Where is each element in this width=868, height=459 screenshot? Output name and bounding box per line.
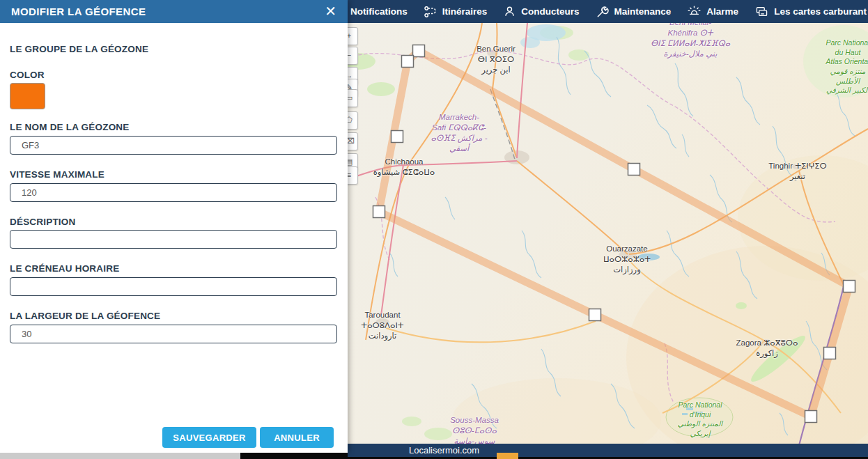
time-slot-label: LE CRÉNEAU HORAIRE <box>10 263 119 274</box>
close-icon[interactable]: ✕ <box>325 3 336 20</box>
draw-rectangle-button[interactable]: ▭ <box>348 89 358 107</box>
delete-layers-button[interactable]: ⌫ <box>348 132 358 150</box>
taskbar-peek <box>497 453 518 459</box>
geofence-handle[interactable] <box>824 348 836 359</box>
map-canvas[interactable]: Ben Guerirⴱⵏ ⴳⵔⵉⵔابن جريرBeni Mellal-Khé… <box>348 23 868 459</box>
geofence-width-label: LA LARGEUR DE LA GÉOFENCE <box>10 311 160 321</box>
nav-item-label: Conducteurs <box>521 6 579 17</box>
color-swatch[interactable] <box>10 83 45 109</box>
nav-item-label: Alarme <box>706 6 738 17</box>
top-navbar: Notifications Itinéraires Conducteurs <box>348 0 868 23</box>
geofence-handle[interactable] <box>402 56 414 68</box>
map-attribution-bar: Localisermoi.com <box>348 444 868 457</box>
fuel-cards-icon <box>754 5 769 19</box>
nav-item-cartes-carburant[interactable]: Les cartes carburant <box>754 5 867 19</box>
modal-header: MODIFIER LA GÉOFENCE ✕ <box>0 0 348 23</box>
zoom-in-button[interactable]: + <box>348 27 358 45</box>
modal-title: MODIFIER LA GÉOFENCE <box>11 6 146 17</box>
geofence-polygon[interactable] <box>348 23 868 459</box>
geofence-handle[interactable] <box>628 164 640 176</box>
geofence-handle[interactable] <box>805 411 817 423</box>
max-speed-label: VITESSE MAXIMALE <box>10 169 104 180</box>
description-input[interactable] <box>10 230 337 249</box>
attribution-text: Localisermoi.com <box>409 445 479 456</box>
cancel-button[interactable]: ANNULER <box>260 427 334 448</box>
nav-item-alarme[interactable]: Alarme <box>687 5 738 19</box>
bottom-black-strip <box>240 453 348 459</box>
wrench-icon <box>596 5 610 19</box>
color-label: COLOR <box>10 70 45 80</box>
geofence-handle[interactable] <box>589 309 601 321</box>
route-icon <box>424 5 437 19</box>
time-slot-input[interactable] <box>10 277 337 296</box>
geozone-group-label: LE GROUPE DE LA GÉOZONE <box>10 44 148 54</box>
draw-polygon-button[interactable]: ⬠ <box>348 111 358 130</box>
app-root: Ben Guerirⴱⵏ ⴳⵔⵉⵔابن جريرBeni Mellal-Khé… <box>0 0 868 459</box>
more-tools-button[interactable]: ≡ <box>348 166 358 185</box>
geofence-handle[interactable] <box>392 131 403 143</box>
nav-item-label: Maintenance <box>614 6 672 17</box>
bottom-gray-strip <box>0 453 240 459</box>
person-icon <box>503 5 516 18</box>
nav-item-label: Les cartes carburant <box>774 6 867 17</box>
nav-item-conducteurs[interactable]: Conducteurs <box>503 5 579 18</box>
max-speed-input[interactable] <box>10 183 337 202</box>
nav-item-label: Notifications <box>350 6 408 17</box>
nav-item-label: Itinéraires <box>442 6 488 17</box>
geofence-handle[interactable] <box>844 281 855 293</box>
description-label: DÉSCRIPTION <box>10 217 75 227</box>
geozone-name-input[interactable] <box>10 136 337 155</box>
zoom-out-button[interactable]: − <box>348 47 358 65</box>
geofence-handle[interactable] <box>373 206 385 218</box>
geozone-name-label: LE NOM DE LA GÉOZONE <box>10 122 130 132</box>
geofence-width-input[interactable] <box>10 325 337 343</box>
nav-item-notifications[interactable]: Notifications <box>350 6 408 17</box>
nav-item-itineraires[interactable]: Itinéraires <box>424 5 488 19</box>
geofence-handle[interactable] <box>413 45 425 57</box>
save-button[interactable]: SAUVEGARDER <box>162 427 256 448</box>
nav-item-maintenance[interactable]: Maintenance <box>596 5 672 19</box>
geofence-modal: MODIFIER LA GÉOFENCE ✕ LE GROUPE DE LA G… <box>0 0 348 453</box>
siren-icon <box>687 5 702 19</box>
